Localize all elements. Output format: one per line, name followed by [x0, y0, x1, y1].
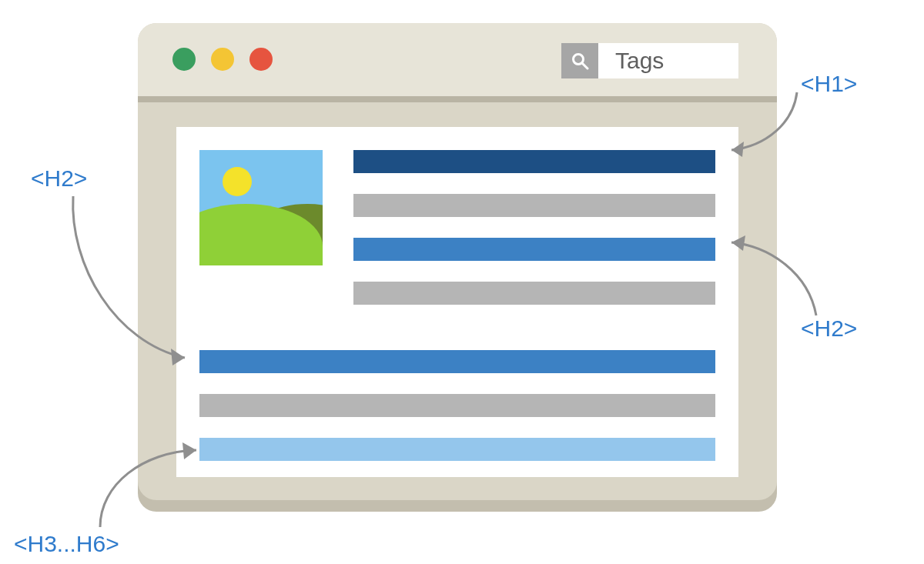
svg-marker-2 [732, 142, 744, 157]
arrow-h2-left [69, 196, 200, 365]
annotation-h2-left: <H2> [31, 165, 87, 192]
maximize-dot-icon[interactable] [249, 48, 273, 71]
svg-marker-4 [171, 349, 185, 365]
close-dot-icon[interactable] [172, 48, 196, 71]
titlebar: Tags [138, 23, 777, 96]
search-label: Tags [598, 43, 738, 78]
h1-bar [353, 150, 715, 173]
svg-marker-5 [182, 442, 196, 459]
minimize-dot-icon[interactable] [211, 48, 234, 71]
text-bar [199, 394, 715, 417]
titlebar-divider [138, 96, 777, 102]
annotation-h3h6: <H3...H6> [14, 531, 119, 557]
sun-icon [223, 167, 252, 196]
page-content [176, 127, 738, 477]
arrow-h1 [724, 92, 824, 169]
image-placeholder-icon [199, 150, 323, 265]
text-bar [353, 282, 715, 305]
search-box[interactable]: Tags [561, 43, 738, 78]
arrow-h3h6 [96, 442, 212, 535]
h2-bar [199, 350, 715, 373]
h2-bar [353, 238, 715, 261]
svg-marker-3 [732, 235, 745, 251]
search-icon [561, 43, 598, 78]
svg-line-1 [582, 63, 588, 68]
h3-bar [199, 438, 715, 461]
traffic-lights [172, 48, 273, 71]
text-bar [353, 194, 715, 217]
arrow-h2-right [724, 227, 847, 327]
browser-window: Tags [138, 23, 777, 500]
